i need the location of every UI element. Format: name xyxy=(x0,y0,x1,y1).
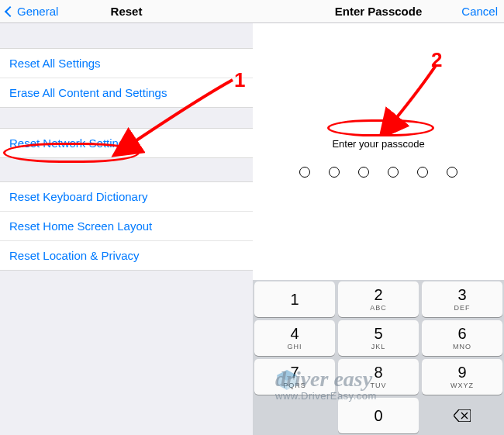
key-number: 1 xyxy=(290,292,299,307)
passcode-dot xyxy=(358,167,369,178)
passcode-prompt: Enter your passcode xyxy=(332,138,424,150)
back-to-general[interactable]: General xyxy=(0,0,64,22)
keypad-blank xyxy=(254,398,335,433)
reset-network-settings[interactable]: Reset Network Settings xyxy=(0,129,253,157)
key-number: 3 xyxy=(457,287,466,302)
key-number: 4 xyxy=(290,326,299,341)
reset-group-2: Reset Network Settings xyxy=(0,128,253,158)
keypad-key-3[interactable]: 3DEF xyxy=(422,281,502,317)
reset-group-1: Reset All Settings Erase All Content and… xyxy=(0,48,253,108)
keypad-key-6[interactable]: 6MNO xyxy=(422,320,502,356)
passcode-entry-area: Enter your passcode xyxy=(253,23,504,292)
numeric-keypad: 12ABC3DEF4GHI5JKL6MNO7PQRS8TUV9WXYZ0 xyxy=(253,280,504,435)
keypad-key-1[interactable]: 1 xyxy=(254,281,335,317)
keypad-key-9[interactable]: 9WXYZ xyxy=(422,359,502,395)
reset-all-settings[interactable]: Reset All Settings xyxy=(0,49,253,78)
passcode-dot xyxy=(417,167,428,178)
passcode-dot xyxy=(299,167,310,178)
chevron-left-icon xyxy=(5,5,16,16)
reset-group-3: Reset Keyboard Dictionary Reset Home Scr… xyxy=(0,181,253,271)
keypad-key-8[interactable]: 8TUV xyxy=(338,359,419,395)
key-letters: DEF xyxy=(454,304,471,312)
reset-settings-pane: General Reset Reset All Settings Erase A… xyxy=(0,0,253,435)
reset-home-screen-layout[interactable]: Reset Home Screen Layout xyxy=(0,212,253,241)
keypad-key-5[interactable]: 5JKL xyxy=(338,320,419,356)
cancel-button[interactable]: Cancel xyxy=(455,0,504,22)
key-letters: GHI xyxy=(287,343,302,350)
reset-keyboard-dictionary[interactable]: Reset Keyboard Dictionary xyxy=(0,182,253,212)
passcode-nav-bar: Enter Passcode Cancel xyxy=(253,0,504,23)
keypad-key-0[interactable]: 0 xyxy=(338,398,419,433)
key-number: 0 xyxy=(374,408,382,423)
reset-nav-bar: General Reset xyxy=(0,0,253,23)
keypad-key-4[interactable]: 4GHI xyxy=(254,320,335,356)
keypad-backspace[interactable] xyxy=(422,398,502,433)
passcode-title: Enter Passcode xyxy=(335,5,423,18)
key-letters: TUV xyxy=(371,381,387,389)
key-number: 8 xyxy=(374,364,382,380)
keypad-key-2[interactable]: 2ABC xyxy=(338,281,419,317)
erase-all-content[interactable]: Erase All Content and Settings xyxy=(0,78,253,107)
back-label: General xyxy=(17,5,58,18)
passcode-dot xyxy=(447,167,457,178)
key-letters: WXYZ xyxy=(450,381,474,389)
key-letters: ABC xyxy=(370,304,387,312)
key-number: 9 xyxy=(457,364,466,380)
reset-location-privacy[interactable]: Reset Location & Privacy xyxy=(0,241,253,270)
key-number: 6 xyxy=(457,326,466,341)
passcode-dots xyxy=(299,167,457,178)
logo-cube-icon xyxy=(275,368,299,392)
key-number: 5 xyxy=(374,326,382,341)
key-number: 2 xyxy=(374,287,382,302)
passcode-dot xyxy=(388,167,399,178)
passcode-dot xyxy=(329,167,340,178)
backspace-icon xyxy=(454,409,471,422)
reset-title: Reset xyxy=(111,5,143,18)
key-letters: JKL xyxy=(371,343,386,350)
key-letters: MNO xyxy=(453,343,471,350)
